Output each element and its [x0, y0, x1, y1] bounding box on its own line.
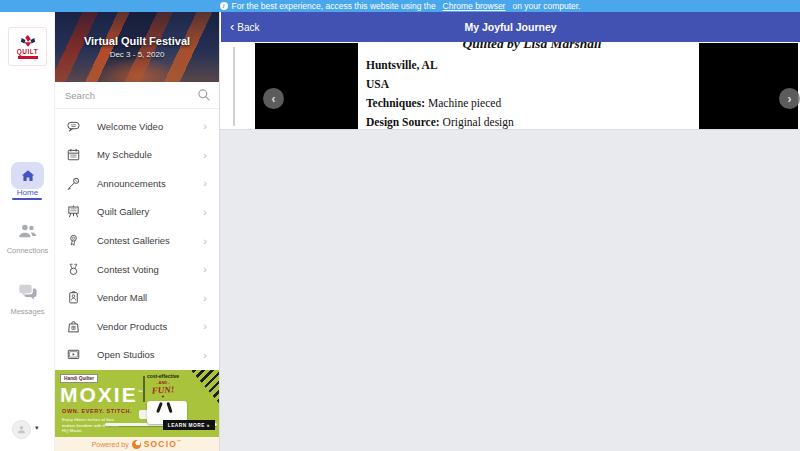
back-chevron-icon: ‹ — [230, 22, 234, 32]
menu-item-label: Quilt Gallery — [97, 206, 149, 217]
menu-item-label: Contest Galleries — [97, 235, 170, 246]
search-bar — [55, 82, 219, 109]
badge-icon — [66, 290, 81, 305]
logo-text: QUILT — [17, 48, 39, 55]
user-avatar[interactable] — [12, 420, 31, 439]
messages-icon — [18, 283, 38, 300]
carousel-image-right — [699, 43, 798, 129]
schedule-icon — [66, 147, 81, 162]
feature-menu: Welcome Video › My Schedule › — [55, 112, 219, 369]
info-icon: i — [220, 2, 228, 10]
search-icon — [197, 88, 211, 102]
content-scrollbar[interactable] — [233, 47, 235, 126]
chrome-browser-link[interactable]: Chrome browser — [443, 1, 506, 11]
carousel-prev-button[interactable]: ‹ — [263, 88, 284, 109]
medal-icon — [66, 262, 81, 277]
design-source-value: Original design — [443, 116, 514, 128]
menu-item-quilt-gallery[interactable]: Quilt Gallery › — [55, 198, 219, 227]
chevron-right-icon: › — [203, 177, 207, 189]
person-icon — [16, 424, 27, 435]
quilt-flower-icon — [18, 35, 38, 47]
menu-item-label: Welcome Video — [97, 121, 163, 132]
chevron-right-icon: › — [203, 235, 207, 247]
quilt-credit: Quilted by Lisa Marshall — [365, 42, 699, 52]
menu-item-open-studios[interactable]: Open Studios › — [55, 341, 219, 370]
home-icon — [19, 167, 37, 185]
menu-item-contest-galleries[interactable]: Contest Galleries › — [55, 226, 219, 255]
menu-item-label: Vendor Mall — [97, 292, 147, 303]
menu-item-welcome-video[interactable]: Welcome Video › — [55, 112, 219, 141]
trademark-symbol: ™ — [177, 439, 182, 444]
welcome-video-icon — [66, 119, 81, 134]
menu-item-my-schedule[interactable]: My Schedule › — [55, 141, 219, 170]
quilt-detail-view: ‹ › Quilted by Lisa Marshall Huntsville,… — [221, 42, 800, 129]
carousel-image-left — [255, 43, 358, 129]
menu-item-label: Announcements — [97, 178, 166, 189]
menu-item-label: Vendor Products — [97, 321, 167, 332]
sidebar-item-connections[interactable] — [0, 224, 55, 239]
event-logo: QUILT — [9, 28, 46, 65]
ad-offer-text: cost-effective - AND - FUN! ▾ — [141, 373, 185, 399]
menu-item-label: Open Studios — [97, 349, 155, 360]
quilt-country: USA — [366, 78, 389, 90]
logo-bar — [18, 56, 38, 59]
design-source-label: Design Source: — [366, 116, 440, 128]
search-input[interactable] — [55, 90, 197, 101]
connections-label: Connections — [0, 246, 55, 255]
socio-wordmark: SOCIO™ — [144, 439, 183, 449]
video-screen-icon — [66, 347, 81, 362]
cta-arrows-icon: » — [207, 423, 210, 428]
chevron-right-icon: › — [203, 320, 207, 332]
quilt-techniques: Techniques:Machine pieced — [366, 97, 501, 109]
menu-item-contest-voting[interactable]: Contest Voting › — [55, 255, 219, 284]
techniques-value: Machine pieced — [428, 97, 501, 109]
menu-item-label: Contest Voting — [97, 264, 159, 275]
avatar-menu-caret-icon[interactable]: ▾ — [35, 424, 39, 432]
announcements-icon — [66, 176, 81, 191]
chevron-right-icon: › — [203, 263, 207, 275]
home-label: Home — [0, 188, 55, 197]
quilt-design-source: Design Source:Original design — [366, 116, 514, 128]
powered-by-socio[interactable]: Powered by SOCIO™ — [55, 437, 219, 451]
chevron-right-icon: › — [203, 120, 207, 132]
gallery-easel-icon — [66, 204, 81, 219]
sidebar-item-home[interactable] — [11, 162, 44, 189]
content-header-bar: ‹ Back My Joyful Journey — [221, 12, 800, 42]
techniques-label: Techniques: — [366, 97, 425, 109]
event-cover-image: Virtual Quilt Festival Dec 3 - 5, 2020 — [55, 12, 219, 82]
chevron-right-icon: › — [203, 349, 207, 361]
ad-offer-top: cost-effective — [141, 373, 185, 379]
chevron-right-icon: › — [203, 149, 207, 161]
quilt-city: Huntsville, AL — [366, 59, 438, 71]
nav-rail: QUILT Home Connections Messages ▾ — [0, 12, 55, 451]
main-content: ‹ Back My Joyful Journey ‹ › Quilted by … — [220, 12, 800, 451]
banner-text: For the best experience, access this web… — [232, 1, 436, 11]
rosette-icon — [66, 233, 81, 248]
quilting-machine-pole — [143, 376, 145, 402]
event-sidebar: Virtual Quilt Festival Dec 3 - 5, 2020 W… — [55, 12, 220, 451]
menu-item-vendor-products[interactable]: Vendor Products › — [55, 312, 219, 341]
shopping-bag-icon — [66, 319, 81, 334]
sponsor-ad-banner[interactable]: Handi Quilter MOXIE™ OWN. EVERY. STITCH.… — [55, 370, 219, 437]
menu-item-vendor-mall[interactable]: Vendor Mall › — [55, 283, 219, 312]
event-title: Virtual Quilt Festival — [84, 35, 190, 47]
home-active-underline — [12, 198, 42, 200]
back-button[interactable]: ‹ Back — [230, 22, 260, 33]
sidebar-item-messages[interactable] — [0, 283, 55, 300]
chevron-right-icon: › — [203, 206, 207, 218]
socio-logo-icon — [132, 440, 141, 449]
page-title: My Joyful Journey — [464, 21, 556, 33]
back-label: Back — [237, 22, 259, 33]
menu-item-announcements[interactable]: Announcements › — [55, 169, 219, 198]
learn-more-button[interactable]: LEARN MORE » — [163, 420, 215, 430]
carousel-next-button[interactable]: › — [779, 88, 800, 109]
event-dates: Dec 3 - 5, 2020 — [110, 50, 165, 59]
ad-tagline: OWN. EVERY. STITCH. — [62, 408, 132, 414]
ad-product-name: MOXIE™ — [60, 383, 145, 407]
powered-by-label: Powered by — [92, 441, 129, 448]
empty-background — [220, 129, 800, 451]
banner-text-suffix: on your computer. — [512, 1, 580, 11]
menu-item-label: My Schedule — [97, 149, 152, 160]
connections-icon — [17, 224, 38, 239]
chevron-right-icon: › — [203, 292, 207, 304]
